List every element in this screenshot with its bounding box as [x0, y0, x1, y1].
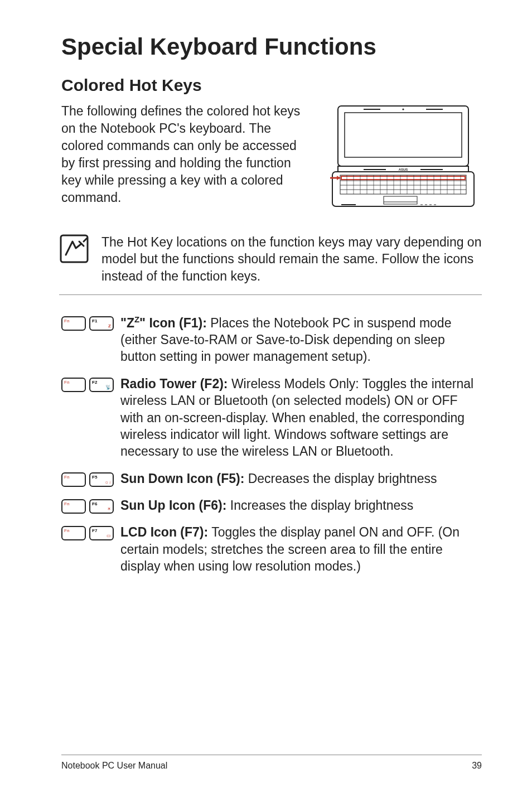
function-key-list: Fn F1Z "ZZ" Icon (F1): Places the Notebo… [61, 314, 482, 574]
note-block: The Hot Key locations on the function ke… [59, 230, 482, 295]
svg-rect-33 [384, 196, 417, 204]
svg-point-2 [402, 108, 404, 110]
intro-block: The following defines the colored hot ke… [61, 103, 482, 211]
section-subheading: Colored Hot Keys [61, 76, 482, 95]
fn-keycap-icon: Fn [61, 378, 86, 392]
f7-keycap-icon: F7▭ [89, 526, 114, 540]
fn-keycap-icon: Fn [61, 499, 86, 514]
note-icon [59, 234, 89, 264]
fn-keycap-icon: Fn [61, 316, 86, 331]
fn-text-f7: LCD Icon (F7): Toggles the display panel… [120, 524, 482, 574]
fn-row-f5: Fn F5☼↓ Sun Down Icon (F5): Decreases th… [61, 470, 482, 487]
fn-row-f7: Fn F7▭ LCD Icon (F7): Toggles the displa… [61, 524, 482, 574]
fn-keycap-icon: Fn [61, 526, 86, 540]
svg-rect-1 [345, 113, 462, 157]
fn-keycap-icon: Fn [61, 472, 86, 487]
fn-text-f5: Sun Down Icon (F5): Decreases the displa… [120, 470, 482, 487]
laptop-illustration: ASUS [325, 103, 482, 211]
footer-page-number: 39 [472, 761, 482, 771]
fn-row-f1: Fn F1Z "ZZ" Icon (F1): Places the Notebo… [61, 314, 482, 365]
fn-text-f6: Sun Up Icon (F6): Increases the display … [120, 497, 482, 514]
fn-text-f2: Radio Tower (F2): Wireless Models Only: … [120, 375, 482, 460]
page-title: Special Keyboard Functions [61, 33, 482, 60]
svg-rect-40 [61, 235, 88, 262]
svg-rect-11 [341, 176, 465, 180]
intro-text: The following defines the colored hot ke… [61, 103, 306, 206]
f6-keycap-icon: F6☀ [89, 499, 114, 514]
f1-keycap-icon: F1Z [89, 316, 114, 331]
fn-row-f6: Fn F6☀ Sun Up Icon (F6): Increases the d… [61, 497, 482, 514]
page-footer: Notebook PC User Manual 39 [61, 755, 482, 771]
fn-row-f2: Fn F2📡 Radio Tower (F2): Wireless Models… [61, 375, 482, 460]
footer-left: Notebook PC User Manual [61, 761, 167, 771]
f2-keycap-icon: F2📡 [89, 378, 114, 392]
note-text: The Hot Key locations on the function ke… [101, 234, 482, 284]
fn-text-f1: "ZZ" Icon (F1): Places the Notebook PC i… [120, 314, 482, 365]
svg-text:ASUS: ASUS [399, 168, 408, 171]
f5-keycap-icon: F5☼↓ [89, 472, 114, 487]
